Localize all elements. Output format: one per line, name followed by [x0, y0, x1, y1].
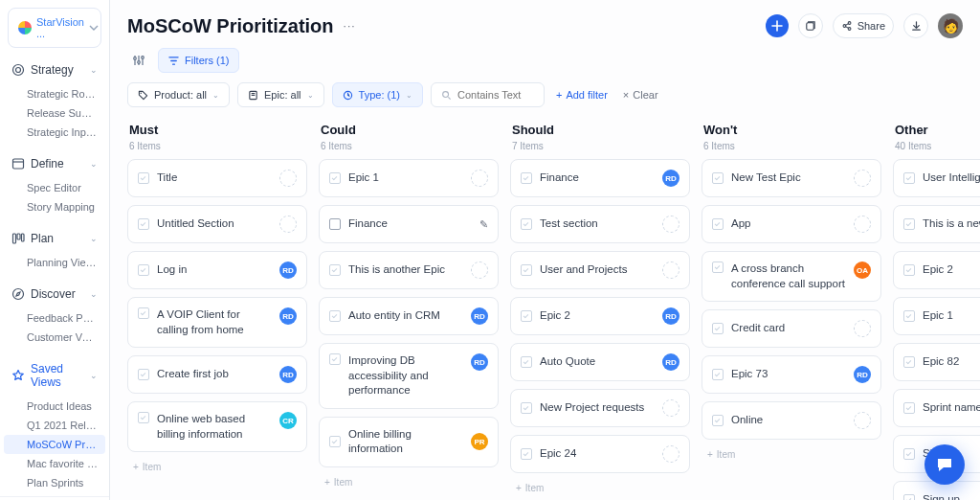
nav-head-plan[interactable]: Plan ⌄: [4, 226, 105, 251]
edit-icon[interactable]: ✎: [479, 218, 488, 231]
svg-point-13: [843, 25, 846, 28]
board-card[interactable]: Auto QuoteRD: [510, 343, 690, 381]
nav-head-strategy[interactable]: Strategy ⌄: [4, 57, 105, 82]
settings-sliders-icon[interactable]: [127, 49, 150, 72]
board-card[interactable]: New Test Epic: [702, 159, 881, 197]
board-card[interactable]: User Intelligence Ideas: [893, 159, 980, 197]
nav-item[interactable]: Strategic Roadmap: [4, 84, 105, 103]
nav-item[interactable]: Planning Views: [4, 253, 105, 272]
saved-view-item[interactable]: Plan Sprints: [4, 473, 105, 492]
assignee-badge[interactable]: RD: [662, 353, 679, 371]
assignee-badge[interactable]: RD: [662, 307, 679, 325]
unassigned-badge[interactable]: [662, 261, 679, 279]
unassigned-badge[interactable]: [279, 216, 297, 233]
board-card[interactable]: Epic 1: [893, 297, 980, 335]
search-input[interactable]: [457, 89, 534, 101]
filter-search[interactable]: [431, 82, 545, 107]
unassigned-badge[interactable]: [471, 170, 488, 187]
board-card[interactable]: Epic 82: [893, 343, 980, 381]
board-card[interactable]: Improving DB accessibility and performan…: [319, 343, 499, 409]
board-card[interactable]: Auto entity in CRMRD: [319, 297, 499, 335]
board-card[interactable]: Online: [702, 401, 881, 440]
unassigned-badge[interactable]: [471, 261, 488, 279]
board-card[interactable]: Epic 2RD: [510, 297, 690, 335]
page-menu-button[interactable]: ···: [344, 19, 356, 33]
board-card[interactable]: Online billing informationPR: [319, 417, 499, 467]
board-card[interactable]: Online web based billing informationCR: [127, 401, 307, 452]
board-card[interactable]: Untitled Section: [127, 205, 307, 243]
unassigned-badge[interactable]: [854, 170, 871, 187]
chat-fab[interactable]: [924, 444, 965, 485]
clear-filter-button[interactable]: × Clear: [619, 89, 662, 101]
add-filter-button[interactable]: + Add filter: [552, 89, 612, 101]
add-item-button[interactable]: +Item: [319, 475, 499, 489]
unassigned-badge[interactable]: [854, 320, 871, 337]
assignee-badge[interactable]: RD: [279, 261, 297, 279]
assignee-badge[interactable]: RD: [279, 366, 297, 383]
saved-view-item[interactable]: Product Ideas: [4, 397, 105, 416]
board-card[interactable]: Create first jobRD: [127, 355, 307, 394]
filter-epic[interactable]: Epic: all ⌄: [237, 82, 324, 107]
nav-item[interactable]: Feedback Portal↗: [4, 308, 105, 328]
nav-item[interactable]: Customer Voice: [4, 328, 105, 347]
nav-item[interactable]: Story Mapping: [4, 197, 105, 216]
unassigned-badge[interactable]: [854, 412, 871, 429]
board-card[interactable]: Credit card: [702, 309, 881, 348]
board-card[interactable]: Epic 24: [510, 435, 690, 473]
saved-view-item[interactable]: Mac favorite view: [4, 454, 105, 473]
add-item-button[interactable]: +Item: [510, 481, 690, 495]
nav-head-saved[interactable]: Saved Views ⌄: [4, 356, 105, 395]
board-card[interactable]: Log inRD: [127, 251, 307, 289]
filter-type[interactable]: Type: (1) ⌄: [332, 82, 423, 107]
assignee-badge[interactable]: RD: [471, 307, 488, 325]
board-card[interactable]: Sprint name: [893, 389, 980, 427]
filter-product[interactable]: Product: all ⌄: [127, 82, 230, 107]
assignee-badge[interactable]: RD: [854, 366, 871, 383]
unassigned-badge[interactable]: [662, 445, 679, 463]
board-card[interactable]: FinanceRD: [510, 159, 690, 197]
assignee-badge[interactable]: OA: [854, 261, 871, 279]
assignee-badge[interactable]: RD: [279, 307, 297, 325]
assignee-badge[interactable]: PR: [471, 433, 488, 450]
workspace-picker[interactable]: StarVision ...: [8, 8, 101, 48]
filters-button[interactable]: Filters (1): [158, 48, 239, 73]
copy-button[interactable]: [798, 13, 823, 38]
add-item-button[interactable]: +Item: [127, 460, 307, 474]
board-card[interactable]: User and Projects: [510, 251, 690, 289]
board-card[interactable]: App: [702, 205, 881, 243]
saved-view-item[interactable]: Q1 2021 Release Stat...: [4, 416, 105, 435]
board-card[interactable]: Epic 73RD: [702, 355, 881, 394]
nav-item[interactable]: Strategic Inputs: [4, 123, 105, 142]
add-item-button[interactable]: +Item: [702, 447, 881, 462]
board-card[interactable]: Epic 1: [319, 159, 499, 197]
unassigned-badge[interactable]: [662, 399, 679, 417]
nav-head-define[interactable]: Define ⌄: [4, 151, 105, 176]
board-card[interactable]: Test section: [510, 205, 690, 243]
checkbox-icon[interactable]: [329, 218, 341, 230]
nav-item[interactable]: Spec Editor: [4, 178, 105, 197]
unassigned-badge[interactable]: [279, 170, 297, 187]
unassigned-badge[interactable]: [662, 216, 679, 233]
board-card[interactable]: New Project requests: [510, 389, 690, 427]
board-card[interactable]: Sign up: [893, 481, 980, 500]
assignee-badge[interactable]: RD: [471, 353, 488, 371]
nav-head-discover[interactable]: Discover ⌄: [4, 282, 105, 307]
add-button[interactable]: [766, 14, 789, 37]
board-card[interactable]: A VOIP Client for calling from homeRD: [127, 297, 307, 348]
board-card[interactable]: This is another Epic: [319, 251, 499, 289]
board-card[interactable]: Finance✎: [319, 205, 499, 243]
board-card[interactable]: Epic 2: [893, 251, 980, 289]
nav-item[interactable]: Release Summary: [4, 103, 105, 123]
saved-view-item[interactable]: MoSCoW Prioritization: [4, 435, 105, 454]
board-card[interactable]: A cross branch conference call supportOA: [702, 251, 881, 302]
user-avatar[interactable]: 🧑: [938, 13, 963, 38]
unassigned-badge[interactable]: [854, 216, 871, 233]
epic-icon: [903, 356, 915, 368]
board-card[interactable]: This is a new Epic: [893, 205, 980, 243]
assignee-badge[interactable]: RD: [662, 170, 679, 187]
assignee-badge[interactable]: CR: [279, 412, 297, 429]
download-button[interactable]: [903, 13, 928, 38]
share-button[interactable]: Share: [833, 13, 894, 38]
chevron-down-icon: ⌄: [90, 159, 98, 169]
board-card[interactable]: Title: [127, 159, 307, 197]
